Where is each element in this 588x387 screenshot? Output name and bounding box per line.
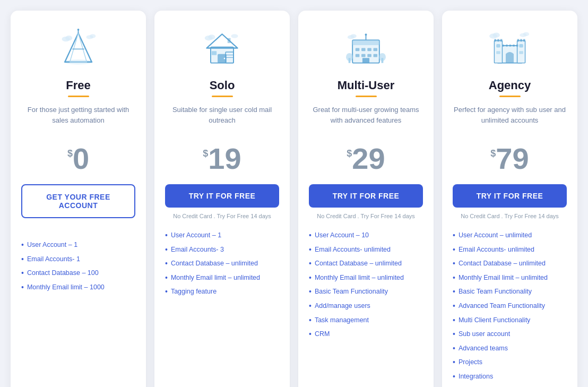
feature-item: Tagging feature xyxy=(165,285,279,299)
svg-rect-31 xyxy=(374,54,378,57)
features-list-multi-user: User Account – 10Email Accounts- unlimit… xyxy=(309,229,423,342)
svg-point-4 xyxy=(77,28,80,30)
price-currency-multi-user: $ xyxy=(347,148,352,159)
feature-item: Monthly Email limit – unlimited xyxy=(165,271,279,286)
cta-button-multi-user[interactable]: TRY IT FOR FREE xyxy=(309,184,423,208)
svg-rect-23 xyxy=(352,40,379,45)
feature-item: Integrations xyxy=(453,370,567,384)
no-credit-text-multi-user: No Credit Card . Try For Free 14 days xyxy=(317,213,415,219)
feature-item: Email Accounts- unlimited xyxy=(453,243,567,257)
svg-rect-24 xyxy=(356,48,360,51)
svg-point-7 xyxy=(65,36,72,40)
plan-description-multi-user: Great for multi-user growing teams with … xyxy=(309,105,423,132)
cta-button-free[interactable]: GET YOUR FREE ACCOUNT xyxy=(21,184,135,218)
svg-point-20 xyxy=(208,35,215,39)
feature-item: Add/manage users xyxy=(309,299,423,314)
svg-rect-44 xyxy=(494,39,496,41)
svg-rect-46 xyxy=(500,39,503,41)
svg-rect-56 xyxy=(519,44,523,48)
svg-rect-18 xyxy=(228,38,231,42)
svg-rect-58 xyxy=(519,51,523,54)
plan-price-free: $ 0 xyxy=(67,144,89,174)
svg-point-34 xyxy=(365,33,367,36)
plan-underline-multi-user xyxy=(356,96,377,97)
feature-item: Advanced teams xyxy=(453,342,567,356)
features-list-agency: User Account – unlimitedEmail Accounts- … xyxy=(453,229,567,384)
svg-rect-47 xyxy=(517,39,520,41)
plan-card-free: Free For those just getting started with… xyxy=(11,11,146,387)
feature-item: Email Accounts- unlimited xyxy=(309,243,423,257)
svg-rect-49 xyxy=(523,39,525,41)
svg-rect-50 xyxy=(502,44,504,46)
multi-user-icon xyxy=(342,27,390,69)
feature-item: Contact Database – 100 xyxy=(21,266,135,281)
price-amount-solo: 19 xyxy=(208,144,241,174)
no-credit-text-agency: No Credit Card . Try For Free 14 days xyxy=(461,213,559,219)
plan-price-multi-user: $ 29 xyxy=(347,144,385,174)
cta-button-agency[interactable]: TRY IT FOR FREE xyxy=(453,184,567,208)
feature-item: User Account – 1 xyxy=(21,238,135,253)
solo-icon xyxy=(198,27,246,69)
svg-marker-2 xyxy=(70,33,87,62)
feature-item: Contact Database – unlimited xyxy=(309,257,423,271)
plan-underline-solo xyxy=(212,96,233,97)
plan-price-solo: $ 19 xyxy=(203,144,241,174)
plan-description-agency: Perfect for agency with sub user and unl… xyxy=(453,105,567,132)
price-amount-free: 0 xyxy=(73,144,89,174)
svg-rect-48 xyxy=(520,39,522,41)
svg-rect-32 xyxy=(362,58,369,63)
svg-rect-45 xyxy=(497,39,499,41)
svg-rect-25 xyxy=(361,48,366,51)
price-amount-multi-user: 29 xyxy=(352,144,385,174)
svg-rect-57 xyxy=(496,51,500,54)
feature-item: Monthly Email limit – unlimited xyxy=(453,271,567,286)
feature-item: Basic Team Functionality xyxy=(453,285,567,299)
pricing-container: Free For those just getting started with… xyxy=(11,11,577,387)
plan-underline-free xyxy=(68,96,89,97)
plan-description-free: For those just getting started with sale… xyxy=(21,105,135,132)
svg-point-38 xyxy=(379,53,386,61)
svg-point-36 xyxy=(346,53,353,61)
svg-point-13 xyxy=(224,57,226,59)
feature-item: Monthly Email limit – unlimited xyxy=(309,271,423,286)
svg-point-40 xyxy=(350,34,356,38)
feature-item: Basic Team Functionality xyxy=(309,285,423,299)
feature-item: Email Accounts- 3 xyxy=(165,243,279,257)
svg-rect-53 xyxy=(513,44,515,46)
feature-item: Monthly Email limit – 1000 xyxy=(21,281,135,295)
feature-item: Email Accounts- 1 xyxy=(21,253,135,267)
svg-rect-51 xyxy=(506,44,508,46)
feature-item: Advanced Team Functionality xyxy=(453,299,567,314)
feature-item: Contact Database – unlimited xyxy=(453,257,567,271)
svg-rect-29 xyxy=(361,54,366,57)
svg-rect-52 xyxy=(509,44,512,46)
feature-item: Projects xyxy=(453,356,567,370)
feature-item: Sub user account xyxy=(453,328,567,342)
svg-rect-27 xyxy=(374,48,378,51)
svg-rect-55 xyxy=(496,44,500,48)
svg-point-21 xyxy=(231,34,238,38)
svg-rect-28 xyxy=(356,54,360,57)
no-credit-text-solo: No Credit Card . Try For Free 14 days xyxy=(173,213,271,219)
plan-price-agency: $ 79 xyxy=(490,144,529,174)
svg-rect-26 xyxy=(367,48,371,51)
plan-underline-agency xyxy=(499,96,521,97)
cta-button-solo[interactable]: TRY IT FOR FREE xyxy=(165,184,279,208)
price-amount-agency: 79 xyxy=(496,144,529,174)
feature-item: User Account – unlimited xyxy=(453,229,567,243)
price-currency-agency: $ xyxy=(490,148,496,159)
plan-card-solo: Solo Suitable for single user cold mail … xyxy=(154,11,290,387)
agency-icon xyxy=(486,27,534,69)
price-currency-free: $ xyxy=(67,148,73,159)
svg-rect-17 xyxy=(212,51,217,55)
feature-item: User Account – 1 xyxy=(165,229,279,243)
free-icon xyxy=(55,27,102,69)
feature-item: Task management xyxy=(309,314,423,328)
features-list-free: User Account – 1Email Accounts- 1Contact… xyxy=(21,238,135,295)
plan-card-multi-user: Multi-User Great for multi-user growing … xyxy=(298,11,434,387)
plan-card-agency: Agency Perfect for agency with sub user … xyxy=(442,11,577,387)
plan-name-free: Free xyxy=(66,79,90,92)
svg-point-9 xyxy=(90,34,96,38)
features-list-solo: User Account – 1Email Accounts- 3Contact… xyxy=(165,229,279,299)
feature-item: Contact Database – unlimited xyxy=(165,257,279,271)
